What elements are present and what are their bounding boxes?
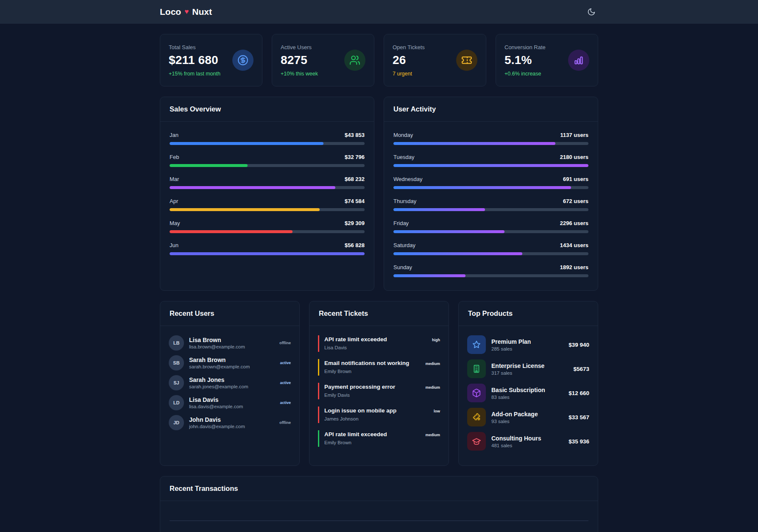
list-item: Add-on Package93 sales $33 567 (467, 408, 589, 426)
bar-value: $43 853 (345, 132, 365, 138)
bar-value: $68 232 (345, 176, 365, 182)
priority-badge: medium (425, 385, 440, 390)
stat-value: 8275 (281, 53, 318, 67)
progress-bar (393, 186, 588, 189)
panel-title: Recent Tickets (319, 309, 439, 318)
bar-label: Friday (393, 220, 409, 226)
panel-title: Recent Transactions (170, 485, 588, 493)
brand-left: Loco (160, 7, 181, 17)
charts-row: Sales Overview Jan$43 853 Feb$32 796 Mar… (160, 97, 598, 291)
stat-label: Total Sales (169, 44, 220, 50)
product-amount: $39 940 (568, 342, 589, 348)
bar-label: Jan (170, 132, 178, 138)
list-item: JD John Davisjohn.davis@example.com offl… (169, 415, 291, 430)
product-amount: $12 660 (568, 390, 589, 396)
user-name: John Davis (189, 416, 245, 423)
user-name: Lisa Davis (189, 396, 243, 403)
ticket-user: Emily Davis (324, 393, 440, 398)
status-badge: active (280, 401, 291, 405)
ticket-user: James Johnson (324, 416, 440, 421)
bar-label: Feb (170, 154, 179, 160)
activity-bar-row: Saturday1434 users (393, 242, 588, 255)
bar-value: $56 828 (345, 242, 365, 248)
stat-label: Conversion Rate (504, 44, 546, 50)
recent-tickets-panel: Recent Tickets API rate limit exceededhi… (309, 301, 449, 466)
product-sales: 83 sales (491, 395, 545, 400)
list-item: SB Sarah Brownsarah.brown@example.com ac… (169, 355, 291, 370)
brand-logo[interactable]: Loco ♥ Nuxt (160, 7, 212, 17)
puzzle-icon (467, 408, 486, 426)
user-email: lisa.davis@example.com (189, 404, 243, 409)
users-icon (344, 50, 365, 71)
user-name: Lisa Brown (189, 337, 245, 343)
avatar: SJ (169, 375, 184, 390)
sales-bar-row: Feb$32 796 (170, 154, 365, 167)
bar-label: Apr (170, 198, 178, 204)
sales-bar-row: Jun$56 828 (170, 242, 365, 255)
bar-value: $32 796 (345, 154, 365, 160)
bar-value: 2180 users (560, 154, 588, 160)
list-item: LB Lisa Brownlisa.brown@example.com offl… (169, 335, 291, 351)
stat-card-conversion-rate: Conversion Rate 5.1% +0.6% increase (496, 34, 598, 86)
bar-label: Jun (170, 242, 178, 248)
progress-bar (170, 142, 365, 145)
star-icon (467, 335, 486, 354)
theme-toggle-button[interactable] (585, 5, 598, 19)
bar-value: 1137 users (560, 132, 588, 138)
progress-bar (393, 142, 588, 145)
progress-bar (393, 274, 588, 277)
bar-label: May (170, 220, 180, 226)
product-name: Add-on Package (491, 411, 538, 418)
app-header: Loco ♥ Nuxt (0, 0, 758, 24)
sales-bar-row: Jan$43 853 (170, 132, 365, 145)
stat-value: $211 680 (169, 53, 220, 67)
product-sales: 481 sales (491, 443, 541, 448)
progress-bar (393, 164, 588, 167)
bar-label: Monday (393, 132, 413, 138)
sales-bar-row: May$29 309 (170, 220, 365, 233)
priority-badge: medium (425, 362, 440, 366)
progress-bar (393, 208, 588, 211)
ticket-title: API rate limit exceeded (324, 431, 387, 437)
bar-label: Sunday (393, 264, 412, 270)
no-data-text: No data (170, 521, 588, 532)
list-item: Basic Subscription83 sales $12 660 (467, 384, 589, 402)
avatar: JD (169, 415, 184, 430)
priority-badge: high (432, 338, 440, 342)
list-item: Email notifications not workingmedium Em… (318, 359, 440, 376)
list-item: LD Lisa Davislisa.davis@example.com acti… (169, 395, 291, 410)
product-sales: 93 sales (491, 419, 538, 424)
stat-delta: +10% this week (281, 71, 318, 77)
top-products-panel: Top Products Premium Plan285 sales $39 9… (458, 301, 598, 466)
list-item: Consulting Hours481 sales $35 936 (467, 432, 589, 451)
ticket-title: Email notifications not working (324, 360, 409, 366)
user-email: john.davis@example.com (189, 424, 245, 429)
activity-bar-row: Tuesday2180 users (393, 154, 588, 167)
sales-overview-panel: Sales Overview Jan$43 853 Feb$32 796 Mar… (160, 97, 374, 291)
recent-users-panel: Recent Users LB Lisa Brownlisa.brown@exa… (160, 301, 300, 466)
user-email: sarah.jones@example.com (189, 384, 248, 389)
list-item: Enterprise License317 sales $5673 (467, 359, 589, 378)
progress-bar (170, 164, 365, 167)
product-name: Basic Subscription (491, 387, 545, 393)
list-item: Premium Plan285 sales $39 940 (467, 335, 589, 354)
product-name: Premium Plan (491, 338, 531, 345)
bar-value: $29 309 (345, 220, 365, 226)
cube-icon (467, 384, 486, 402)
product-amount: $5673 (573, 366, 589, 372)
progress-bar (170, 230, 365, 233)
progress-bar (393, 230, 588, 233)
bar-label: Saturday (393, 242, 415, 248)
avatar: LB (169, 335, 184, 351)
status-badge: offline (279, 341, 291, 345)
heart-icon: ♥ (184, 8, 189, 16)
building-icon (467, 359, 486, 378)
stat-delta: +0.6% increase (504, 71, 546, 77)
user-activity-panel: User Activity Monday1137 users Tuesday21… (384, 97, 598, 291)
avatar: SB (169, 355, 184, 370)
sales-bar-row: Apr$74 584 (170, 198, 365, 211)
stat-label: Open Tickets (393, 44, 425, 50)
bar-value: 2296 users (560, 220, 588, 226)
activity-bar-row: Friday2296 users (393, 220, 588, 233)
status-badge: active (280, 381, 291, 385)
